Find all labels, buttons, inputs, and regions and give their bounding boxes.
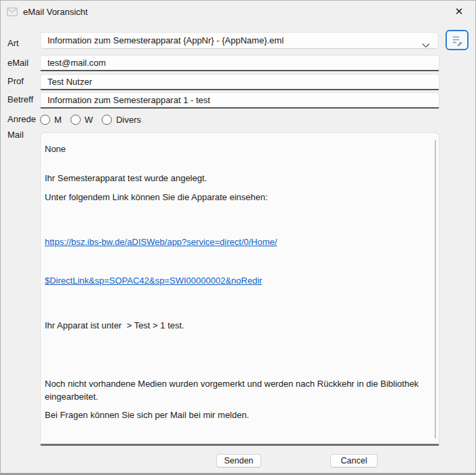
edit-list-icon <box>450 33 464 47</box>
anrede-option-divers[interactable]: Divers <box>102 115 141 125</box>
window-title: eMail Voransicht <box>23 7 87 17</box>
email-label: eMail <box>7 58 28 68</box>
radio-icon[interactable] <box>102 115 112 125</box>
envelope-icon <box>7 7 18 16</box>
mail-scrollbar[interactable] <box>435 140 436 438</box>
prof-input[interactable] <box>40 74 439 90</box>
mail-body-panel[interactable]: None Ihr Semesterapparat test wurde ange… <box>40 132 439 446</box>
anrede-option-m[interactable]: M <box>40 115 62 125</box>
email-preview-dialog: eMail Voransicht ✕ Art Information zum S… <box>0 0 476 475</box>
mail-paragraph: Unter folgendem Link können Sie die Appa… <box>45 191 428 204</box>
radio-icon[interactable] <box>71 115 81 125</box>
send-button[interactable]: Senden <box>216 454 261 468</box>
email-input[interactable] <box>40 55 439 71</box>
apparat-link-line2[interactable]: $DirectLink&sp=SOPAC42&sp=SWI00000002&no… <box>45 274 428 287</box>
chevron-down-icon <box>422 39 430 51</box>
anrede-option-w-label: W <box>85 115 93 125</box>
anrede-option-m-label: M <box>54 115 62 125</box>
mail-paragraph: Ihr Semesterapparat test wurde angelegt. <box>45 172 428 185</box>
anrede-option-divers-label: Divers <box>116 115 141 125</box>
mail-label: Mail <box>7 130 24 140</box>
betreff-input[interactable] <box>40 92 439 109</box>
anrede-radio-row: M W Divers <box>40 113 150 126</box>
mail-paragraph: None <box>45 142 428 155</box>
titlebar: eMail Voransicht ✕ <box>1 1 475 22</box>
art-combobox-value: Information zum Semesterapparat {AppNr} … <box>47 35 283 45</box>
mail-signature-separator: -- <box>45 438 428 446</box>
apparat-link-line1[interactable]: https://bsz.ibs-bw.de/aDISWeb/app?servic… <box>45 235 428 248</box>
radio-icon[interactable] <box>40 115 50 125</box>
art-combobox[interactable]: Information zum Semesterapparat {AppNr} … <box>40 32 439 49</box>
cancel-button[interactable]: Cancel <box>330 454 378 468</box>
edit-template-button[interactable] <box>445 30 469 50</box>
mail-paragraph: Ihr Apparat ist unter > Test > 1 test. <box>45 319 428 332</box>
mail-link-paragraph: https://bsz.ibs-bw.de/aDISWeb/app?servic… <box>45 210 428 313</box>
art-label: Art <box>7 38 19 48</box>
betreff-label: Betreff <box>7 94 33 104</box>
mail-paragraph: Noch nicht vorhandene Medien wurden vorg… <box>45 377 428 403</box>
mail-paragraph: Bei Fragen können Sie sich per Mail bei … <box>45 408 428 421</box>
anrede-option-w[interactable]: W <box>71 115 93 125</box>
anrede-label: Anrede <box>7 114 36 124</box>
prof-label: Prof <box>7 76 24 86</box>
close-button[interactable]: ✕ <box>444 1 474 22</box>
